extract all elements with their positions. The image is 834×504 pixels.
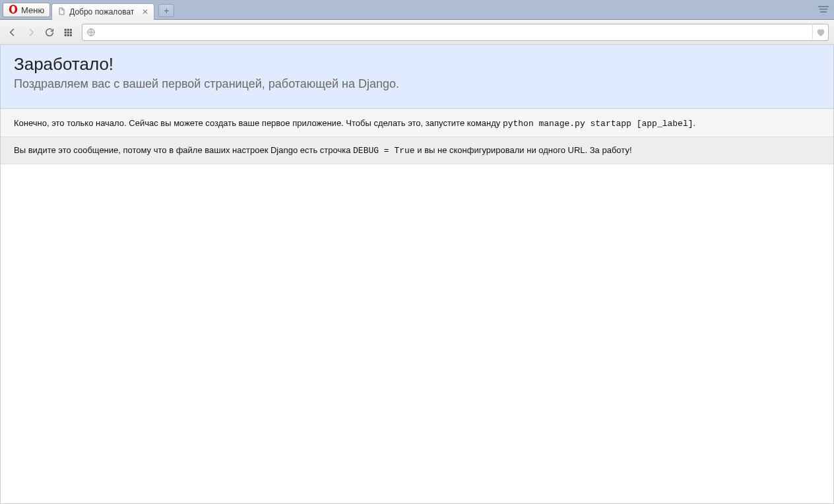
page-heading: Заработало!	[14, 54, 820, 75]
arrow-left-icon	[7, 27, 18, 38]
page-viewport: Заработало! Поздравляем вас с вашей перв…	[0, 45, 834, 504]
svg-rect-2	[818, 6, 829, 7]
svg-rect-6	[67, 28, 69, 30]
menu-button[interactable]: Меню	[3, 3, 50, 17]
back-button[interactable]	[5, 25, 20, 40]
svg-rect-7	[70, 28, 72, 30]
new-tab-button[interactable]: +	[158, 4, 174, 17]
explanation-block: Вы видите это сообщение, потому что в фа…	[1, 137, 833, 164]
svg-rect-11	[65, 34, 67, 36]
instructions-code: python manage.py startapp [app_label]	[503, 119, 693, 129]
navigation-bar	[0, 20, 834, 45]
globe-icon	[84, 25, 98, 40]
svg-rect-8	[65, 31, 67, 33]
explanation-text-post: и вы не сконфигурировали ни одного URL. …	[415, 145, 632, 155]
svg-rect-3	[819, 9, 827, 10]
browser-chrome: Меню Добро пожаловат ✕ +	[0, 0, 834, 45]
url-input[interactable]	[98, 27, 812, 37]
document-icon	[57, 7, 65, 17]
explanation-text-pre: Вы видите это сообщение, потому что в фа…	[14, 145, 353, 155]
grid-icon	[63, 28, 73, 37]
panel-toggle-button[interactable]	[817, 4, 830, 15]
instructions-text-post: .	[693, 118, 696, 128]
close-icon[interactable]: ✕	[142, 9, 148, 15]
svg-rect-13	[70, 34, 72, 36]
arrow-right-icon	[26, 27, 36, 38]
heart-icon	[816, 27, 826, 38]
tab-title: Добро пожаловат	[69, 7, 134, 16]
page-subheading: Поздравляем вас с вашей первой страницей…	[14, 77, 820, 91]
svg-rect-5	[65, 28, 67, 30]
instructions-block: Конечно, это только начало. Сейчас вы мо…	[1, 109, 833, 137]
opera-logo-icon	[9, 5, 18, 16]
forward-button[interactable]	[24, 25, 38, 40]
svg-rect-10	[70, 31, 72, 33]
explanation-code: DEBUG = True	[353, 146, 415, 156]
instructions-text-pre: Конечно, это только начало. Сейчас вы мо…	[14, 118, 503, 128]
svg-point-1	[11, 5, 15, 13]
tab-strip: Меню Добро пожаловат ✕ +	[0, 0, 834, 20]
browser-tab[interactable]: Добро пожаловат ✕	[51, 3, 154, 20]
svg-rect-4	[820, 11, 827, 13]
reload-button[interactable]	[42, 25, 57, 40]
svg-rect-12	[67, 34, 69, 36]
summary-banner: Заработало! Поздравляем вас с вашей перв…	[1, 45, 833, 109]
svg-rect-9	[67, 31, 69, 33]
reload-icon	[44, 27, 55, 38]
address-bar[interactable]	[82, 24, 829, 41]
speed-dial-button[interactable]	[61, 25, 75, 40]
bookmark-button[interactable]	[812, 25, 828, 40]
plus-icon: +	[164, 5, 169, 16]
menu-label: Меню	[21, 5, 44, 15]
